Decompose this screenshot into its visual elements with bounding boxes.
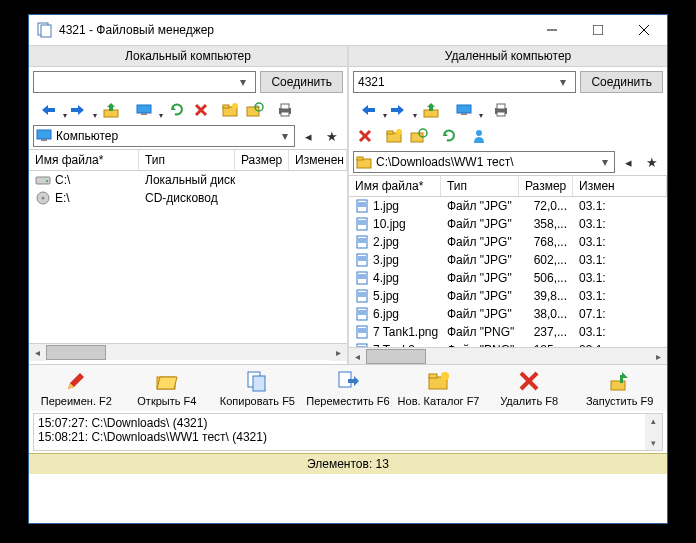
refresh-button[interactable] xyxy=(165,99,189,121)
col-type[interactable]: Тип xyxy=(441,176,519,196)
scroll-up-icon[interactable]: ▴ xyxy=(651,414,656,428)
table-row[interactable]: E:\CD-дисковод xyxy=(29,189,347,207)
refresh-button[interactable] xyxy=(437,125,461,147)
up-button[interactable] xyxy=(419,99,443,121)
new-folder-button[interactable] xyxy=(219,99,243,121)
svg-rect-7 xyxy=(71,108,79,112)
file-type: Файл "JPG" xyxy=(441,199,519,213)
history-back-icon[interactable]: ◂ xyxy=(617,151,639,173)
print-button[interactable] xyxy=(489,99,513,121)
scroll-left-icon[interactable]: ◂ xyxy=(349,348,366,365)
svg-rect-14 xyxy=(223,105,229,108)
scroll-right-icon[interactable]: ▸ xyxy=(650,348,667,365)
scroll-thumb[interactable] xyxy=(46,345,106,360)
operations-toolbar: Переимен. F2 Открыть F4 Копировать F5 Пе… xyxy=(29,364,667,411)
remote-hscrollbar[interactable]: ◂ ▸ xyxy=(349,347,667,364)
move-button[interactable]: Переместить F6 xyxy=(303,369,393,407)
file-name: 2.jpg xyxy=(373,235,399,249)
desktop-button[interactable]: ▾ xyxy=(449,99,479,121)
open-button[interactable]: Открыть F4 xyxy=(122,369,212,407)
maximize-button[interactable] xyxy=(575,15,621,45)
file-modified: 03.1: xyxy=(573,325,667,339)
remote-connect-button[interactable]: Соединить xyxy=(580,71,663,93)
remote-host-combo[interactable]: 4321 ▾ xyxy=(353,71,576,93)
table-row[interactable]: 7 Tank1.pngФайл "PNG"237,...03.1: xyxy=(349,323,667,341)
local-hscrollbar[interactable]: ◂ ▸ xyxy=(29,343,347,360)
chevron-down-icon: ▾ xyxy=(278,129,292,143)
table-row[interactable]: 1.jpgФайл "JPG"72,0...03.1: xyxy=(349,197,667,215)
run-button[interactable]: Запустить F9 xyxy=(575,369,665,407)
log-panel[interactable]: 15:07:27: C:\Downloads\ (4321) 15:08:21:… xyxy=(33,413,663,451)
table-row[interactable]: 7 Tank2.pngФайл "PNG"185,...03.1: xyxy=(349,341,667,347)
svg-rect-52 xyxy=(358,256,366,261)
remote-file-list[interactable]: 1.jpgФайл "JPG"72,0...03.1:10.jpgФайл "J… xyxy=(349,197,667,347)
local-connect-button[interactable]: Соединить xyxy=(260,71,343,93)
print-button[interactable] xyxy=(273,99,297,121)
user-button[interactable] xyxy=(467,125,491,147)
local-panel: Локальный компьютер ▾ Соединить ▾ ▾ ▾ xyxy=(29,45,347,364)
delete-op-button[interactable]: Удалить F8 xyxy=(484,369,574,407)
svg-rect-20 xyxy=(281,112,289,116)
svg-rect-6 xyxy=(47,108,55,112)
file-modified: 03.1: xyxy=(573,253,667,267)
table-row[interactable]: C:\Локальный диск xyxy=(29,171,347,189)
rename-button[interactable]: Переимен. F2 xyxy=(31,369,121,407)
delete-button[interactable] xyxy=(189,99,213,121)
file-name: 4.jpg xyxy=(373,271,399,285)
col-name[interactable]: Имя файла* xyxy=(29,150,139,170)
col-type[interactable]: Тип xyxy=(139,150,235,170)
minimize-button[interactable] xyxy=(529,15,575,45)
back-button[interactable]: ▾ xyxy=(33,99,63,121)
scroll-thumb[interactable] xyxy=(366,349,426,364)
col-modified[interactable]: Измен xyxy=(573,176,667,196)
table-row[interactable]: 5.jpgФайл "JPG"39,8...03.1: xyxy=(349,287,667,305)
delete-button[interactable] xyxy=(353,125,377,147)
forward-button[interactable]: ▾ xyxy=(63,99,93,121)
new-folder-button[interactable] xyxy=(383,125,407,147)
back-button[interactable]: ▾ xyxy=(353,99,383,121)
local-path-combo[interactable]: Компьютер ▾ xyxy=(33,125,295,147)
file-type: Файл "JPG" xyxy=(441,235,519,249)
log-vscrollbar[interactable]: ▴ ▾ xyxy=(645,414,662,450)
sync-button[interactable] xyxy=(243,99,267,121)
col-name[interactable]: Имя файла* xyxy=(349,176,441,196)
table-row[interactable]: 4.jpgФайл "JPG"506,...03.1: xyxy=(349,269,667,287)
folder-new-icon xyxy=(427,369,451,393)
forward-button[interactable]: ▾ xyxy=(383,99,413,121)
local-host-combo[interactable]: ▾ xyxy=(33,71,256,93)
table-row[interactable]: 3.jpgФайл "JPG"602,...03.1: xyxy=(349,251,667,269)
scroll-left-icon[interactable]: ◂ xyxy=(29,344,46,361)
up-button[interactable] xyxy=(99,99,123,121)
file-modified: 03.1: xyxy=(573,343,667,347)
table-row[interactable]: 2.jpgФайл "JPG"768,...03.1: xyxy=(349,233,667,251)
titlebar: 4321 - Файловый менеджер xyxy=(29,15,667,45)
col-modified[interactable]: Изменен xyxy=(289,150,347,170)
remote-column-header[interactable]: Имя файла* Тип Размер Измен xyxy=(349,175,667,197)
desktop-button[interactable]: ▾ xyxy=(129,99,159,121)
svg-rect-30 xyxy=(457,105,471,113)
table-row[interactable]: 10.jpgФайл "JPG"358,...03.1: xyxy=(349,215,667,233)
close-button[interactable] xyxy=(621,15,667,45)
folder-icon xyxy=(356,155,372,169)
favorite-icon[interactable]: ★ xyxy=(641,151,663,173)
scroll-down-icon[interactable]: ▾ xyxy=(651,436,656,450)
local-column-header[interactable]: Имя файла* Тип Размер Изменен xyxy=(29,149,347,171)
log-line: 15:07:27: C:\Downloads\ (4321) xyxy=(38,416,658,430)
copy-button[interactable]: Копировать F5 xyxy=(212,369,302,407)
new-folder-op-button[interactable]: Нов. Каталог F7 xyxy=(394,369,484,407)
scroll-right-icon[interactable]: ▸ xyxy=(330,344,347,361)
file-modified: 07.1: xyxy=(573,307,667,321)
local-file-list[interactable]: C:\Локальный дискE:\CD-дисковод xyxy=(29,171,347,343)
favorite-icon[interactable]: ★ xyxy=(321,125,343,147)
col-size[interactable]: Размер xyxy=(235,150,289,170)
image-file-icon xyxy=(355,199,369,213)
svg-rect-68 xyxy=(429,374,437,378)
remote-path-combo[interactable]: C:\Downloads\WW1 тест\ ▾ xyxy=(353,151,615,173)
sync-button[interactable] xyxy=(407,125,431,147)
svg-rect-21 xyxy=(37,130,51,139)
chevron-down-icon: ▾ xyxy=(598,155,612,169)
col-size[interactable]: Размер xyxy=(519,176,573,196)
history-back-icon[interactable]: ◂ xyxy=(297,125,319,147)
file-name: 1.jpg xyxy=(373,199,399,213)
table-row[interactable]: 6.jpgФайл "JPG"38,0...07.1: xyxy=(349,305,667,323)
